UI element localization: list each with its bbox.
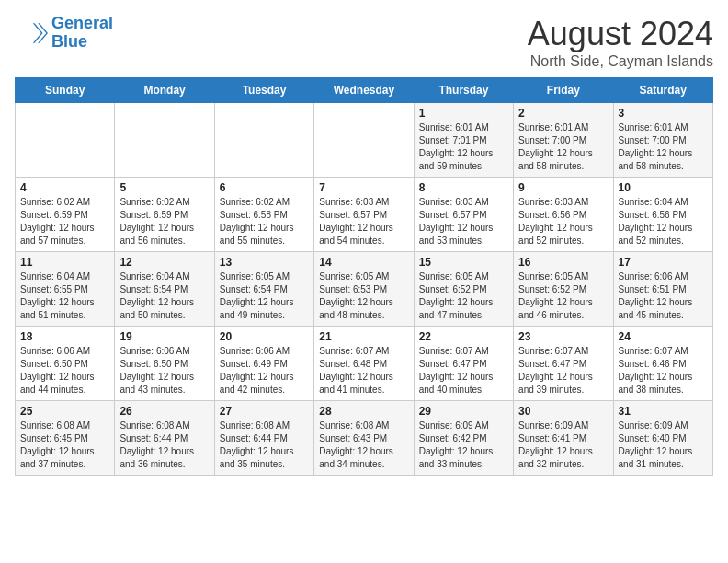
day-cell: 13Sunrise: 6:05 AMSunset: 6:54 PMDayligh… [214,252,313,327]
day-number: 30 [518,405,608,418]
calendar-subtitle: North Side, Cayman Islands [528,53,713,70]
day-info: Sunrise: 6:09 AMSunset: 6:40 PMDaylight:… [619,419,708,471]
day-cell: 5Sunrise: 6:02 AMSunset: 6:59 PMDaylight… [115,178,214,252]
day-info: Sunrise: 6:06 AMSunset: 6:50 PMDaylight:… [119,345,209,396]
day-cell: 11Sunrise: 6:04 AMSunset: 6:55 PMDayligh… [16,252,115,327]
day-cell: 3Sunrise: 6:01 AMSunset: 7:00 PMDaylight… [613,103,712,178]
day-info: Sunrise: 6:04 AMSunset: 6:55 PMDaylight:… [20,270,109,322]
day-number: 20 [220,330,309,343]
day-info: Sunrise: 6:09 AMSunset: 6:42 PMDaylight:… [419,419,508,471]
day-cell: 23Sunrise: 6:07 AMSunset: 6:47 PMDayligh… [514,327,613,401]
day-cell: 7Sunrise: 6:03 AMSunset: 6:57 PMDaylight… [314,178,414,252]
day-info: Sunrise: 6:02 AMSunset: 6:58 PMDaylight:… [220,196,309,247]
day-number: 1 [419,107,508,120]
day-cell: 4Sunrise: 6:02 AMSunset: 6:59 PMDaylight… [16,178,115,252]
calendar-title: August 2024 [528,15,713,53]
day-cell: 14Sunrise: 6:05 AMSunset: 6:53 PMDayligh… [314,252,414,327]
day-info: Sunrise: 6:03 AMSunset: 6:56 PMDaylight:… [518,196,608,247]
day-cell: 9Sunrise: 6:03 AMSunset: 6:56 PMDaylight… [514,178,613,252]
day-header-monday: Monday [115,78,214,103]
day-cell: 19Sunrise: 6:06 AMSunset: 6:50 PMDayligh… [115,327,214,401]
day-number: 5 [119,181,209,194]
day-number: 15 [419,256,508,269]
day-number: 4 [20,181,109,194]
day-cell: 22Sunrise: 6:07 AMSunset: 6:47 PMDayligh… [414,327,513,401]
day-number: 31 [619,405,708,418]
day-info: Sunrise: 6:09 AMSunset: 6:41 PMDaylight:… [518,419,608,471]
day-cell: 15Sunrise: 6:05 AMSunset: 6:52 PMDayligh… [414,252,513,327]
day-number: 2 [518,107,608,120]
page-header: General Blue August 2024 North Side, Cay… [15,15,713,70]
day-info: Sunrise: 6:07 AMSunset: 6:48 PMDaylight:… [319,345,408,396]
day-header-friday: Friday [514,78,613,103]
day-number: 26 [119,405,209,418]
day-number: 14 [319,256,408,269]
day-number: 28 [319,405,408,418]
day-number: 29 [419,405,508,418]
days-header-row: SundayMondayTuesdayWednesdayThursdayFrid… [16,78,713,103]
day-info: Sunrise: 6:01 AMSunset: 7:01 PMDaylight:… [419,121,508,173]
day-info: Sunrise: 6:03 AMSunset: 6:57 PMDaylight:… [319,196,408,247]
week-row-3: 11Sunrise: 6:04 AMSunset: 6:55 PMDayligh… [16,252,713,327]
day-info: Sunrise: 6:05 AMSunset: 6:53 PMDaylight:… [319,270,408,322]
day-cell: 25Sunrise: 6:08 AMSunset: 6:45 PMDayligh… [16,401,115,476]
day-number: 24 [619,330,708,343]
day-info: Sunrise: 6:07 AMSunset: 6:47 PMDaylight:… [419,345,508,396]
day-cell [115,103,214,178]
day-cell: 30Sunrise: 6:09 AMSunset: 6:41 PMDayligh… [514,401,613,476]
day-cell: 17Sunrise: 6:06 AMSunset: 6:51 PMDayligh… [613,252,712,327]
day-cell: 31Sunrise: 6:09 AMSunset: 6:40 PMDayligh… [613,401,712,476]
day-cell: 21Sunrise: 6:07 AMSunset: 6:48 PMDayligh… [314,327,414,401]
week-row-1: 1Sunrise: 6:01 AMSunset: 7:01 PMDaylight… [16,103,713,178]
calendar-table: SundayMondayTuesdayWednesdayThursdayFrid… [15,77,713,476]
day-number: 10 [619,181,708,194]
day-info: Sunrise: 6:03 AMSunset: 6:57 PMDaylight:… [419,196,508,247]
day-number: 9 [518,181,608,194]
logo-text: General Blue [51,15,113,52]
week-row-4: 18Sunrise: 6:06 AMSunset: 6:50 PMDayligh… [16,327,713,401]
day-info: Sunrise: 6:05 AMSunset: 6:54 PMDaylight:… [220,270,309,322]
day-info: Sunrise: 6:08 AMSunset: 6:43 PMDaylight:… [319,419,408,471]
day-info: Sunrise: 6:08 AMSunset: 6:45 PMDaylight:… [20,419,109,471]
day-header-thursday: Thursday [414,78,513,103]
day-number: 18 [20,330,109,343]
week-row-5: 25Sunrise: 6:08 AMSunset: 6:45 PMDayligh… [16,401,713,476]
day-number: 17 [619,256,708,269]
day-number: 25 [20,405,109,418]
day-cell: 8Sunrise: 6:03 AMSunset: 6:57 PMDaylight… [414,178,513,252]
day-cell: 10Sunrise: 6:04 AMSunset: 6:56 PMDayligh… [613,178,712,252]
day-cell: 18Sunrise: 6:06 AMSunset: 6:50 PMDayligh… [16,327,115,401]
title-block: August 2024 North Side, Cayman Islands [528,15,713,70]
calendar-header: SundayMondayTuesdayWednesdayThursdayFrid… [16,78,713,103]
day-number: 8 [419,181,508,194]
day-cell: 12Sunrise: 6:04 AMSunset: 6:54 PMDayligh… [115,252,214,327]
day-number: 22 [419,330,508,343]
day-number: 19 [119,330,209,343]
day-cell [16,103,115,178]
day-cell [214,103,313,178]
day-info: Sunrise: 6:06 AMSunset: 6:50 PMDaylight:… [20,345,109,396]
logo: General Blue [15,15,113,52]
day-number: 11 [20,256,109,269]
day-cell: 28Sunrise: 6:08 AMSunset: 6:43 PMDayligh… [314,401,414,476]
day-cell: 26Sunrise: 6:08 AMSunset: 6:44 PMDayligh… [115,401,214,476]
day-info: Sunrise: 6:06 AMSunset: 6:49 PMDaylight:… [220,345,309,396]
day-cell: 29Sunrise: 6:09 AMSunset: 6:42 PMDayligh… [414,401,513,476]
day-cell: 6Sunrise: 6:02 AMSunset: 6:58 PMDaylight… [214,178,313,252]
day-info: Sunrise: 6:07 AMSunset: 6:46 PMDaylight:… [619,345,708,396]
day-info: Sunrise: 6:06 AMSunset: 6:51 PMDaylight:… [619,270,708,322]
day-cell: 27Sunrise: 6:08 AMSunset: 6:44 PMDayligh… [214,401,313,476]
day-header-wednesday: Wednesday [314,78,414,103]
day-number: 13 [220,256,309,269]
day-info: Sunrise: 6:08 AMSunset: 6:44 PMDaylight:… [119,419,209,471]
day-info: Sunrise: 6:08 AMSunset: 6:44 PMDaylight:… [220,419,309,471]
day-cell: 1Sunrise: 6:01 AMSunset: 7:01 PMDaylight… [414,103,513,178]
week-row-2: 4Sunrise: 6:02 AMSunset: 6:59 PMDaylight… [16,178,713,252]
day-header-sunday: Sunday [16,78,115,103]
day-header-saturday: Saturday [613,78,712,103]
day-cell: 20Sunrise: 6:06 AMSunset: 6:49 PMDayligh… [214,327,313,401]
day-header-tuesday: Tuesday [214,78,313,103]
day-info: Sunrise: 6:04 AMSunset: 6:54 PMDaylight:… [119,270,209,322]
calendar-body: 1Sunrise: 6:01 AMSunset: 7:01 PMDaylight… [16,103,713,476]
logo-line2: Blue [51,32,87,51]
